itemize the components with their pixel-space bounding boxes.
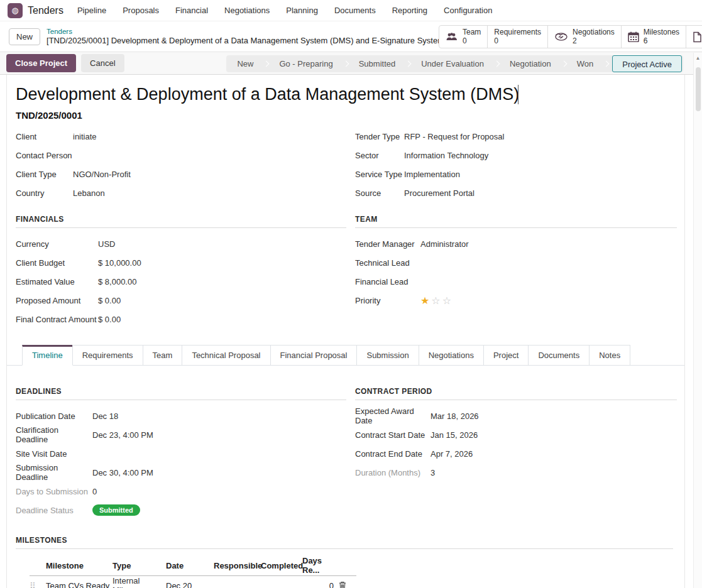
field-source[interactable]: Source Procurement Portal [355, 183, 677, 202]
stage-won[interactable]: Won [568, 55, 603, 72]
field-client-type[interactable]: Client Type NGO/Non-Profit [16, 165, 346, 183]
field-service-type-value[interactable]: Implementation [404, 170, 460, 179]
menu-reporting[interactable]: Reporting [392, 6, 427, 15]
field-submission-deadline-value[interactable]: Dec 30, 4:00 PM [92, 468, 153, 477]
field-priority-label: Priority [355, 296, 420, 305]
tab-negotiations[interactable]: Negotiations [419, 345, 484, 365]
new-button[interactable]: New [9, 28, 40, 45]
stage-new[interactable]: New [228, 55, 263, 72]
record-title[interactable]: Development & Deployment of a Data Manag… [16, 85, 518, 104]
field-currency-value[interactable]: USD [98, 239, 115, 249]
col-completed[interactable]: Completed [261, 561, 302, 570]
field-tender-type[interactable]: Tender Type RFP - Request for Proposal [355, 127, 677, 146]
menu-planning[interactable]: Planning [286, 6, 318, 15]
field-contract-end-date-value[interactable]: Apr 7, 2026 [431, 449, 473, 459]
tab-technical-proposal[interactable]: Technical Proposal [182, 345, 270, 365]
milestone-type[interactable]: Internal Miles... [112, 576, 166, 588]
tab-team[interactable]: Team [143, 345, 183, 365]
field-publication-date[interactable]: Publication Date Dec 18 [16, 406, 346, 425]
drag-handle-icon[interactable]: ⠿ [30, 581, 46, 588]
field-proposed-amount-value[interactable]: $ 0.00 [98, 296, 121, 305]
field-client-budget[interactable]: Client Budget $ 10,000.00 [16, 253, 346, 272]
field-client-budget-value[interactable]: $ 10,000.00 [98, 258, 141, 268]
field-submission-deadline[interactable]: Submission Deadline Dec 30, 4:00 PM [16, 463, 346, 482]
stage-under-evaluation[interactable]: Under Evaluation [412, 55, 493, 72]
milestone-date[interactable]: Dec 20 [166, 581, 214, 588]
close-project-button[interactable]: Close Project [6, 54, 76, 72]
field-contract-start-date-value[interactable]: Jan 15, 2026 [431, 430, 478, 440]
cancel-button[interactable]: Cancel [81, 54, 124, 72]
field-tender-type-value[interactable]: RFP - Request for Proposal [404, 132, 504, 141]
field-sector-value[interactable]: Information Technology [404, 151, 488, 160]
smart-button-negotiations[interactable]: Negotiations 2 [547, 26, 621, 48]
field-site-visit-date[interactable]: Site Visit Date [16, 444, 346, 463]
field-final-contract-amount-value[interactable]: $ 0.00 [98, 315, 121, 324]
tab-project[interactable]: Project [483, 345, 529, 365]
menu-negotiations[interactable]: Negotiations [224, 6, 270, 15]
app-name[interactable]: Tenders [28, 5, 63, 16]
col-type[interactable]: Type [112, 561, 166, 570]
field-clarification-deadline[interactable]: Clarification Deadline Dec 23, 4:00 PM [16, 425, 346, 444]
stage-go-preparing[interactable]: Go - Preparing [270, 55, 342, 72]
field-clarification-deadline-value[interactable]: Dec 23, 4:00 PM [92, 430, 153, 440]
menu-pipeline[interactable]: Pipeline [77, 6, 106, 15]
field-client-value[interactable]: initiate [73, 132, 97, 141]
smart-button-documents[interactable]: Documents 0 [686, 26, 702, 48]
field-sector[interactable]: Sector Information Technology [355, 146, 677, 165]
field-estimated-value-value[interactable]: $ 8,000.00 [98, 277, 136, 286]
col-milestone[interactable]: Milestone [46, 561, 112, 570]
field-proposed-amount[interactable]: Proposed Amount $ 0.00 [16, 291, 346, 310]
field-currency[interactable]: Currency USD [16, 234, 346, 253]
menu-configuration[interactable]: Configuration [444, 6, 492, 15]
tab-notes[interactable]: Notes [589, 345, 630, 365]
field-client[interactable]: Client initiate [16, 127, 346, 146]
field-service-type[interactable]: Service Type Implementation [355, 165, 677, 183]
stage-submitted[interactable]: Submitted [349, 55, 405, 72]
breadcrumb-parent-link[interactable]: Tenders [47, 27, 471, 36]
col-responsible[interactable]: Responsible [214, 561, 261, 570]
smart-button-team[interactable]: Team 0 [439, 26, 487, 48]
field-financial-lead[interactable]: Financial Lead [355, 272, 677, 291]
tab-documents[interactable]: Documents [528, 345, 590, 365]
col-date[interactable]: Date [166, 561, 214, 570]
field-client-type-value[interactable]: NGO/Non-Profit [73, 170, 131, 179]
scroll-up-icon[interactable]: ▲ [696, 55, 701, 61]
field-contact-person[interactable]: Contact Person [16, 146, 346, 165]
delete-row-icon[interactable] [339, 581, 356, 588]
scrollbar-thumb[interactable] [696, 67, 701, 111]
tab-financial-proposal[interactable]: Financial Proposal [270, 345, 358, 365]
vertical-scrollbar[interactable]: ▲ [693, 53, 702, 588]
field-expected-award-date[interactable]: Expected Award Date Mar 18, 2026 [355, 406, 677, 425]
menu-financial[interactable]: Financial [175, 6, 208, 15]
smart-button-requirements[interactable]: Requirements 0 [487, 26, 547, 48]
milestone-name[interactable]: Team CVs Ready [46, 581, 112, 588]
field-country-value[interactable]: Lebanon [73, 188, 105, 198]
field-publication-date-value[interactable]: Dec 18 [92, 411, 118, 421]
milestone-row[interactable]: ⠿ Team CVs Ready Internal Miles... Dec 2… [30, 576, 356, 588]
field-technical-lead[interactable]: Technical Lead [355, 253, 677, 272]
tab-timeline[interactable]: Timeline [22, 345, 73, 366]
stage-chevron-icon [603, 61, 610, 67]
field-tender-manager-value[interactable]: Administrator [420, 239, 469, 249]
stage-project-active[interactable]: Project Active [612, 55, 682, 72]
field-contract-start-date[interactable]: Contract Start Date Jan 15, 2026 [355, 425, 677, 444]
tab-requirements[interactable]: Requirements [72, 345, 143, 365]
document-icon [693, 31, 702, 43]
star-empty-icon[interactable]: ☆ [431, 295, 440, 307]
field-final-contract-amount[interactable]: Final Contract Amount $ 0.00 [16, 310, 346, 329]
field-source-value[interactable]: Procurement Portal [404, 188, 474, 198]
field-estimated-value[interactable]: Estimated Value $ 8,000.00 [16, 272, 346, 291]
col-days-remaining[interactable]: Days Re... [302, 556, 339, 575]
field-contract-end-date[interactable]: Contract End Date Apr 7, 2026 [355, 444, 677, 463]
field-country[interactable]: Country Lebanon [16, 183, 346, 202]
tab-submission[interactable]: Submission [356, 345, 419, 365]
smart-button-milestones[interactable]: Milestones 6 [621, 26, 686, 48]
field-tender-manager[interactable]: Tender Manager Administrator [355, 234, 677, 253]
menu-documents[interactable]: Documents [334, 6, 376, 15]
app-logo-icon[interactable]: ◍ [8, 3, 23, 18]
star-empty-icon[interactable]: ☆ [442, 295, 451, 307]
menu-proposals[interactable]: Proposals [123, 6, 159, 15]
stage-negotiation[interactable]: Negotiation [500, 55, 561, 72]
star-filled-icon[interactable]: ★ [420, 295, 429, 307]
field-expected-award-date-value[interactable]: Mar 18, 2026 [431, 411, 479, 421]
